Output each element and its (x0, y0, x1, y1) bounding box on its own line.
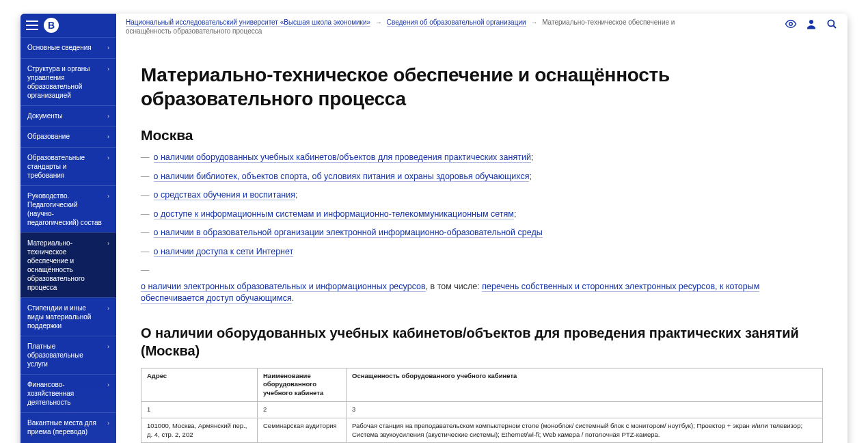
list-item: —о наличии в образовательной организации… (141, 227, 823, 239)
sidebar-item-label: Структура и органы управления образовате… (27, 64, 103, 100)
breadcrumb-root[interactable]: Национальный исследовательский университ… (126, 18, 370, 27)
sidebar-item[interactable]: Стипендии и иные виды материальной подде… (21, 297, 116, 336)
links-list: —о наличии оборудованных учебных кабинет… (141, 152, 823, 305)
table-colnum: 1 (141, 401, 258, 418)
sidebar-item-label: Финансово-хозяйственная деятельность (27, 380, 103, 407)
classrooms-table: Адрес Наименование оборудованного учебно… (141, 368, 823, 444)
table-colnum: 2 (258, 401, 347, 418)
sidebar-item[interactable]: Основные сведения› (21, 37, 116, 58)
content-link[interactable]: о доступе к информационным системам и ин… (154, 209, 514, 219)
menu-icon[interactable] (26, 21, 38, 30)
svg-line-3 (833, 25, 836, 28)
table-cell-desc: Рабочая станция на преподавательском ком… (347, 418, 823, 443)
search-icon[interactable] (826, 18, 838, 33)
chevron-right-icon: › (107, 420, 109, 428)
sidebar-item-label: Основные сведения (27, 43, 92, 52)
table-cell-name: Семинарская аудитория (258, 418, 347, 443)
sidebar-item-label: Образование (27, 132, 70, 141)
chevron-right-icon: › (107, 155, 109, 163)
table-header: Наименование оборудованного учебного каб… (258, 368, 347, 401)
sidebar: В Основные сведения›Структура и органы у… (21, 14, 116, 443)
user-icon[interactable] (805, 18, 817, 33)
sidebar-item-label: Вакантные места для приема (перевода) (27, 418, 103, 436)
sidebar-item[interactable]: Вакантные места для приема (перевода)› (21, 412, 116, 442)
sidebar-item[interactable]: Платные образовательные услуги› (21, 336, 116, 374)
sidebar-item-label: Платные образовательные услуги (27, 342, 103, 368)
content-link[interactable]: о наличии оборудованных учебных кабинето… (154, 152, 531, 163)
chevron-right-icon: › (107, 240, 109, 248)
sidebar-item-label: Руководство. Педагогический (научно-педа… (27, 191, 103, 227)
breadcrumb-mid[interactable]: Сведения об образовательной организации (387, 18, 526, 27)
section2-heading: О наличии оборудованных учебных кабинето… (141, 324, 823, 360)
sidebar-item[interactable]: Финансово-хозяйственная деятельность› (21, 374, 116, 412)
accessibility-icon[interactable] (785, 18, 797, 33)
page-title: Материально-техническое обеспечение и ос… (141, 63, 823, 111)
sidebar-item[interactable]: Образование› (21, 126, 116, 147)
dash: — (141, 152, 150, 164)
chevron-right-icon: › (107, 193, 109, 201)
logo[interactable]: В (44, 18, 59, 33)
dash: — (141, 246, 150, 258)
chevron-right-icon: › (107, 44, 109, 53)
sidebar-item[interactable]: Образовательные стандарты и требования› (21, 147, 116, 185)
list-item: —о наличии электронных образовательных и… (141, 265, 823, 305)
list-item: —о наличии библиотек, объектов спорта, о… (141, 171, 823, 183)
content-link[interactable]: о наличии электронных образовательных и … (141, 282, 426, 292)
sidebar-item[interactable]: Документы› (21, 105, 116, 126)
table-header: Оснащенность оборудованного учебного каб… (347, 368, 823, 401)
content-link[interactable]: о наличии доступа к сети Интернет (154, 247, 294, 257)
content-link[interactable]: о наличии в образовательной организации … (154, 228, 543, 238)
table-cell-address: 101000, Москва, Армянский пер., д. 4, ст… (141, 418, 258, 443)
chevron-right-icon: › (107, 66, 109, 74)
chevron-right-icon: › (107, 113, 109, 121)
table-row: 101000, Москва, Армянский пер., д. 4, ст… (141, 418, 823, 443)
city-heading: Москва (141, 127, 823, 144)
table-header: Адрес (141, 368, 258, 401)
dash: — (141, 171, 150, 183)
dash: — (141, 189, 150, 202)
sidebar-item[interactable]: Руководство. Педагогический (научно-педа… (21, 185, 116, 232)
dash: — (141, 209, 150, 221)
content-link[interactable]: о наличии библиотек, объектов спорта, об… (154, 172, 530, 182)
chevron-right-icon: › (107, 305, 109, 313)
svg-point-0 (789, 23, 793, 26)
list-item: —о наличии доступа к сети Интернет (141, 246, 823, 258)
list-item: —о доступе к информационным системам и и… (141, 209, 823, 221)
content-link[interactable]: о средствах обучения и воспитания (154, 190, 296, 200)
dash: — (141, 227, 150, 239)
chevron-right-icon: › (107, 343, 109, 351)
chevron-right-icon: › (107, 381, 109, 390)
dash: — (141, 265, 150, 277)
list-item: —о наличии оборудованных учебных кабинет… (141, 152, 823, 164)
chevron-right-icon: › (107, 133, 109, 142)
list-item: —о средствах обучения и воспитания; (141, 189, 823, 202)
table-colnum: 3 (347, 401, 823, 418)
sidebar-item-label: Стипендии и иные виды материальной подде… (27, 304, 103, 330)
svg-point-1 (809, 20, 813, 24)
breadcrumb: Национальный исследовательский университ… (126, 18, 686, 36)
sidebar-item-label: Документы (27, 111, 63, 120)
main-content: Материально-техническое обеспечение и ос… (116, 37, 847, 443)
sidebar-item-label: Материально-техническое обеспечение и ос… (27, 239, 103, 292)
sidebar-item-label: Образовательные стандарты и требования (27, 153, 103, 180)
sidebar-item[interactable]: Материально-техническое обеспечение и ос… (21, 232, 116, 297)
sidebar-item[interactable]: Структура и органы управления образовате… (21, 58, 116, 105)
svg-point-2 (828, 20, 834, 26)
